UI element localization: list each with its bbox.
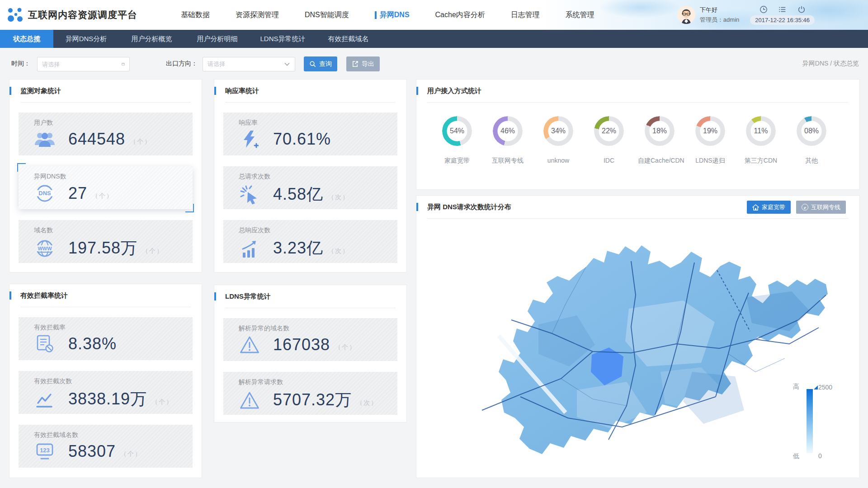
stat-tile-intercept-domains: 有效拦截域名数 123 58307 （个） <box>19 425 193 468</box>
time-picker-input[interactable] <box>42 61 122 68</box>
legend-gradient-bar <box>807 389 813 453</box>
stat-tile-domain-count: 域名数 WWW 197.58万 （个） <box>19 220 193 263</box>
stat-tile-intercept-rate: 有效拦截率 8.38% <box>19 317 193 360</box>
breadcrumb: 异网DNS / 状态总览 <box>802 60 859 68</box>
card-intercept-rate: 有效拦截率统计 有效拦截率 8.38% 有效拦截次数 <box>9 284 202 478</box>
card-response-rate: 响应率统计 响应率 70.61% 总请求次数 <box>214 79 407 272</box>
stat-tile-total-responses: 总响应次数 3.23亿 （次） <box>223 220 397 263</box>
donut-thirdparty-cdn: 11% 第三方CDN <box>739 116 783 165</box>
time-picker[interactable] <box>37 57 130 71</box>
greeting-text: 下午好 <box>700 6 739 14</box>
svg-text:DNS: DNS <box>38 190 51 197</box>
legend-low-label: 低 <box>793 452 799 460</box>
divider <box>427 218 849 219</box>
click-cursor-icon <box>239 185 260 204</box>
lightning-icon <box>239 130 260 149</box>
donut-unknow: 34% unknow <box>537 116 580 165</box>
stat-tile-response-rate: 响应率 70.61% <box>223 113 397 155</box>
legend-high-label: 高 <box>793 383 799 391</box>
tab-user-analysis-overview[interactable]: 用户分析概览 <box>119 30 184 48</box>
time-filter-label: 时间： <box>11 60 30 68</box>
legend-marker <box>814 385 818 389</box>
svg-text:123: 123 <box>40 447 50 454</box>
stat-tile-anomaly-requests: 解析异常请求数 5707.32万 （次） <box>223 372 397 415</box>
card-title: LDNS异常统计 <box>214 285 406 308</box>
filter-bar: 时间： 出口方向： 请选择 查询 导出 异网DNS / 状态总览 <box>0 48 868 79</box>
list-menu-icon[interactable] <box>778 5 787 14</box>
sub-tabbar: 状态总揽 异网DNS分析 用户分析概览 用户分析明细 LDNS异常统计 有效拦截… <box>0 30 868 48</box>
map-toggle-home-broadband[interactable]: 家庭宽带 <box>747 201 791 214</box>
tab-intercepted-domains[interactable]: 有效拦截域名 <box>316 30 381 48</box>
donut-home-broadband: 54% 家庭宽带 <box>435 116 479 165</box>
brand: 互联网内容资源调度平台 <box>7 0 137 30</box>
card-title: 有效拦截率统计 <box>9 284 202 307</box>
house-icon <box>752 204 759 211</box>
app-logo-icon <box>7 7 24 23</box>
donut-ldns-recursive: 19% LDNS递归 <box>689 116 732 165</box>
www-globe-icon: WWW <box>34 239 56 258</box>
export-icon <box>352 61 359 67</box>
search-icon <box>309 61 316 67</box>
donut-self-cache-cdn: 18% 自建Cache/CDN <box>638 116 681 165</box>
stat-tile-intercept-count: 有效拦截次数 3838.19万 （个） <box>19 371 193 414</box>
dns-globe-icon: DNS <box>34 183 56 203</box>
map-series-toggle: 家庭宽带 e 互联网专线 <box>747 201 846 214</box>
stat-tile-total-requests: 总请求次数 4.58亿 （次） <box>223 166 397 209</box>
card-monitor-objects: 监测对象统计 用户数 644548 （个） 异网DNS数 <box>9 79 202 272</box>
tab-status-overview[interactable]: 状态总揽 <box>0 30 53 48</box>
card-dns-request-map: 异网 DNS请求次数统计分布 家庭宽带 e 互联网专线 <box>416 195 860 478</box>
map-legend: 高 2500 低 0 <box>793 383 836 460</box>
user-role-text: 管理员：admin <box>700 16 739 24</box>
legend-min-value: 0 <box>818 452 822 460</box>
power-icon[interactable] <box>797 5 806 14</box>
document-block-icon <box>34 334 56 353</box>
nav-item-cache-analysis[interactable]: Cache内容分析 <box>435 10 485 20</box>
clock-icon[interactable] <box>760 5 768 14</box>
direction-filter-label: 出口方向： <box>166 60 198 68</box>
chevron-down-icon <box>284 62 290 66</box>
nav-item-log-management[interactable]: 日志管理 <box>511 10 540 20</box>
export-button[interactable]: 导出 <box>346 56 380 71</box>
tab-foreign-dns-analysis[interactable]: 异网DNS分析 <box>53 30 119 48</box>
nav-item-foreign-dns[interactable]: 异网DNS <box>375 10 410 20</box>
nav-item-resource-probe[interactable]: 资源探测管理 <box>236 10 279 20</box>
card-ldns-anomaly: LDNS异常统计 解析异常的域名数 167038 （个） 解析异常请求数 <box>214 285 407 422</box>
card-title: 监测对象统计 <box>9 80 202 102</box>
nav-item-dns-smart-dispatch[interactable]: DNS智能调度 <box>305 10 349 20</box>
svg-text:WWW: WWW <box>38 245 52 251</box>
direction-select[interactable]: 请选择 <box>203 57 295 71</box>
datetime-badge: 2017-12-22 16:35:46 <box>750 15 815 25</box>
user-area: 下午好 管理员：admin 2017-12-22 16:35:46 <box>677 0 815 30</box>
card-title: 响应率统计 <box>214 80 406 102</box>
tab-user-analysis-detail[interactable]: 用户分析明细 <box>184 30 250 48</box>
stat-tile-foreign-dns-count[interactable]: 异网DNS数 DNS 27 （个） <box>19 166 193 209</box>
users-icon <box>34 131 56 148</box>
line-chart-icon <box>34 390 56 408</box>
direction-select-value: 请选择 <box>208 60 225 68</box>
query-button[interactable]: 查询 <box>304 56 337 71</box>
avatar[interactable] <box>677 6 695 24</box>
browser-e-icon: e <box>802 204 808 211</box>
warning-icon <box>239 391 260 409</box>
top-nav: 基础数据 资源探测管理 DNS智能调度 异网DNS Cache内容分析 日志管理… <box>181 0 594 30</box>
nav-item-basic-data[interactable]: 基础数据 <box>181 10 210 20</box>
header-tools: 2017-12-22 16:35:46 <box>750 5 815 25</box>
nav-item-system-management[interactable]: 系统管理 <box>566 10 594 20</box>
stat-tile-anomaly-domains: 解析异常的域名数 167038 （个） <box>223 318 397 361</box>
legend-max-value: 2500 <box>818 384 832 391</box>
card-title: 用户接入方式统计 <box>416 80 859 102</box>
app-title: 互联网内容资源调度平台 <box>28 9 137 21</box>
donut-idc: 22% IDC <box>587 116 631 165</box>
app-header: 互联网内容资源调度平台 基础数据 资源探测管理 DNS智能调度 异网DNS Ca… <box>0 0 868 30</box>
calendar-icon <box>122 61 125 68</box>
shandong-choropleth-map[interactable] <box>448 223 828 467</box>
stat-tile-user-count: 用户数 644548 （个） <box>19 113 193 155</box>
map-toggle-internet-line[interactable]: e 互联网专线 <box>796 201 846 214</box>
donut-internet-line: 46% 互联网专线 <box>486 116 529 165</box>
active-nav-bar <box>375 11 377 19</box>
rising-chart-icon <box>239 239 260 258</box>
card-access-methods: 用户接入方式统计 54% 家庭宽带 46% 互联网专线 34% unknow 2… <box>416 79 860 190</box>
donut-row: 54% 家庭宽带 46% 互联网专线 34% unknow 22% IDC 18… <box>416 103 859 165</box>
tab-ldns-anomaly[interactable]: LDNS异常统计 <box>250 30 316 48</box>
number-panel-icon: 123 <box>34 442 56 461</box>
